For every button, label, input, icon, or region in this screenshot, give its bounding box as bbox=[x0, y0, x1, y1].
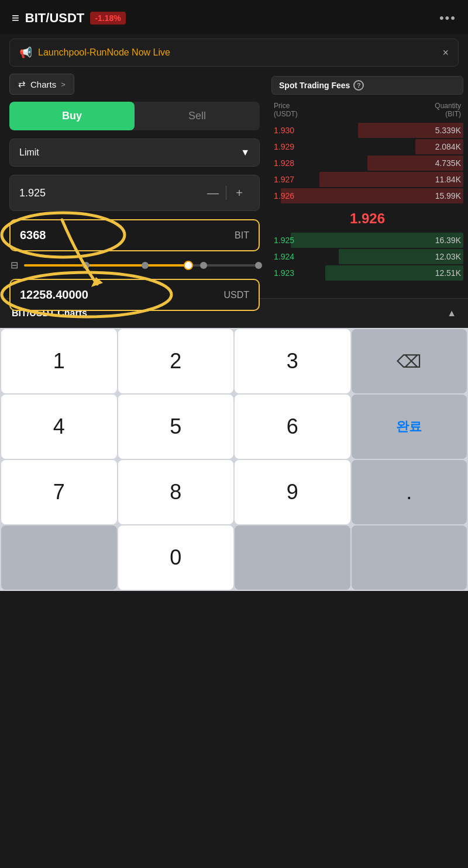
buy-order-1925: 1.925 16.39K bbox=[271, 233, 463, 248]
price-divider bbox=[226, 186, 226, 200]
qty-input-wrapper: 6368 BIT bbox=[9, 219, 260, 251]
buy-qty: 12.51K bbox=[435, 268, 461, 278]
order-type-label: Limit bbox=[19, 147, 39, 158]
sell-qty: 4.735K bbox=[435, 158, 461, 168]
key-8[interactable]: 8 bbox=[118, 460, 234, 524]
main-layout: ⇄ Charts > Buy Sell Limit ▼ 1.925 — + 63 bbox=[0, 74, 468, 296]
slider-thumb[interactable] bbox=[184, 261, 193, 270]
key-4[interactable]: 4 bbox=[1, 395, 117, 459]
slider-dot-25 bbox=[82, 262, 90, 269]
slider-track[interactable] bbox=[24, 264, 259, 267]
banner-close-button[interactable]: × bbox=[442, 47, 449, 59]
key-delete[interactable]: ⌫ bbox=[352, 329, 467, 393]
sell-orders: 1.930 5.339K 1.929 2.084K 1.928 4.735K 1… bbox=[271, 123, 463, 203]
key-empty-far-right bbox=[352, 525, 467, 590]
key-empty-right bbox=[235, 525, 350, 590]
sell-qty: 11.84K bbox=[435, 175, 461, 184]
price-input-row[interactable]: 1.925 — + bbox=[9, 175, 260, 211]
header: ≡ BIT/USDT -1.18% ••• bbox=[0, 0, 468, 34]
sell-price: 1.926 bbox=[274, 191, 294, 200]
key-3[interactable]: 3 bbox=[235, 329, 350, 393]
slider-fill bbox=[24, 264, 188, 267]
left-panel: ⇄ Charts > Buy Sell Limit ▼ 1.925 — + 63 bbox=[0, 74, 269, 296]
tab-sell[interactable]: Sell bbox=[135, 102, 260, 130]
sell-price: 1.927 bbox=[274, 175, 294, 184]
sell-qty: 2.084K bbox=[435, 142, 461, 151]
slider-icon: ⊟ bbox=[11, 260, 18, 271]
keyboard-section: 1 2 3 ⌫ 4 5 6 완료 7 8 9 . 0 bbox=[0, 328, 468, 591]
key-5[interactable]: 5 bbox=[118, 395, 234, 459]
spot-trading-wrapper: Spot Trading Fees ? bbox=[271, 74, 463, 95]
price-change-badge: -1.18% bbox=[90, 12, 125, 25]
slider-dot-75 bbox=[200, 262, 207, 269]
spot-trading-label: Spot Trading Fees bbox=[279, 81, 350, 90]
spot-trading-fees-button[interactable]: Spot Trading Fees ? bbox=[271, 76, 463, 95]
key-7[interactable]: 7 bbox=[1, 460, 117, 524]
sell-order-1930: 1.930 5.339K bbox=[271, 123, 463, 138]
current-price: 1.926 bbox=[271, 205, 463, 233]
menu-icon[interactable]: ≡ bbox=[12, 11, 19, 26]
orderbook-col-headers: Price (USDT) Quantity (BIT) bbox=[271, 99, 463, 120]
tab-buy[interactable]: Buy bbox=[9, 102, 135, 130]
qty-col-header: Quantity (BIT) bbox=[435, 102, 461, 118]
price-value: 1.925 bbox=[19, 187, 202, 199]
banner: 📢 Launchpool-RunNode Now Live × bbox=[9, 39, 459, 67]
slider-dot-50 bbox=[142, 262, 149, 269]
charts-button[interactable]: ⇄ Charts > bbox=[9, 74, 74, 95]
total-value: 12258.40000 bbox=[20, 288, 223, 302]
key-empty-left bbox=[1, 525, 117, 590]
price-col-header: Price (USDT) bbox=[274, 102, 298, 118]
chevron-up-icon: ▲ bbox=[447, 308, 456, 319]
more-options-icon[interactable]: ••• bbox=[439, 11, 456, 26]
charts-icon: ⇄ bbox=[18, 79, 26, 89]
buy-price: 1.923 bbox=[274, 268, 294, 278]
sell-price: 1.930 bbox=[274, 126, 294, 135]
buy-sell-tabs: Buy Sell bbox=[9, 102, 260, 130]
price-minus-button[interactable]: — bbox=[202, 182, 223, 203]
total-unit: USDT bbox=[223, 290, 249, 300]
sell-price: 1.928 bbox=[274, 158, 294, 168]
sell-order-1926: 1.926 15.99K bbox=[271, 188, 463, 203]
buy-price: 1.925 bbox=[274, 236, 294, 245]
key-dot[interactable]: . bbox=[352, 460, 467, 524]
sell-order-1929: 1.929 2.084K bbox=[271, 139, 463, 154]
quantity-value: 6368 bbox=[20, 229, 235, 242]
key-1[interactable]: 1 bbox=[1, 329, 117, 393]
megaphone-icon: 📢 bbox=[19, 46, 32, 59]
price-controls: — + bbox=[202, 182, 250, 203]
banner-text: Launchpool-RunNode Now Live bbox=[38, 47, 170, 58]
sell-price: 1.929 bbox=[274, 142, 294, 151]
key-9[interactable]: 9 bbox=[235, 460, 350, 524]
buy-qty: 16.39K bbox=[435, 236, 461, 245]
key-6[interactable]: 6 bbox=[235, 395, 350, 459]
keyboard-grid: 1 2 3 ⌫ 4 5 6 완료 7 8 9 . 0 bbox=[0, 328, 468, 591]
sell-order-1928: 1.928 4.735K bbox=[271, 155, 463, 171]
quantity-unit: BIT bbox=[235, 230, 249, 241]
buy-orders: 1.925 16.39K 1.924 12.03K 1.923 12.51K bbox=[271, 233, 463, 281]
buy-qty: 12.03K bbox=[435, 252, 461, 261]
sell-order-1927: 1.927 11.84K bbox=[271, 172, 463, 187]
price-plus-button[interactable]: + bbox=[229, 182, 250, 203]
key-2[interactable]: 2 bbox=[118, 329, 234, 393]
delete-icon: ⌫ bbox=[397, 351, 421, 372]
buy-order-1923: 1.923 12.51K bbox=[271, 265, 463, 281]
buy-price: 1.924 bbox=[274, 252, 294, 261]
sell-qty: 5.339K bbox=[435, 126, 461, 135]
chevron-down-icon: ▼ bbox=[240, 147, 250, 158]
key-done[interactable]: 완료 bbox=[352, 395, 467, 459]
key-0[interactable]: 0 bbox=[118, 525, 234, 590]
header-left: ≡ BIT/USDT -1.18% bbox=[12, 11, 126, 26]
banner-left: 📢 Launchpool-RunNode Now Live bbox=[19, 46, 170, 59]
buy-order-1924: 1.924 12.03K bbox=[271, 249, 463, 264]
sell-qty: 15.99K bbox=[435, 191, 461, 200]
total-input[interactable]: 12258.40000 USDT bbox=[9, 279, 260, 311]
order-type-dropdown[interactable]: Limit ▼ bbox=[9, 139, 260, 167]
charts-label: Charts bbox=[30, 79, 56, 89]
slider-row: ⊟ bbox=[9, 260, 260, 271]
page-title: BIT/USDT bbox=[25, 11, 84, 26]
slider-dot-100 bbox=[255, 262, 262, 269]
chevron-right-icon: > bbox=[61, 80, 66, 89]
quantity-input[interactable]: 6368 BIT bbox=[9, 219, 260, 251]
right-panel: Spot Trading Fees ? Price (USDT) Quantit… bbox=[269, 74, 468, 296]
question-icon: ? bbox=[353, 80, 364, 91]
